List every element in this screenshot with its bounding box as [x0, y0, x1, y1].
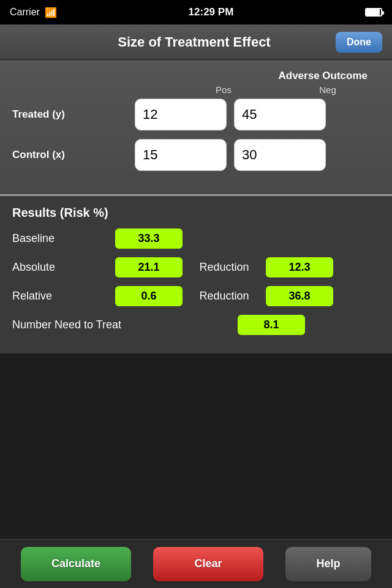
clear-button[interactable]: Clear	[153, 547, 263, 581]
results-section: Results (Risk %) Baseline 33.3 Absolute …	[0, 196, 392, 353]
relative-reduction-value: 36.8	[266, 286, 333, 306]
page-title: Size of Treatment Effect	[53, 34, 336, 50]
done-button[interactable]: Done	[336, 32, 382, 53]
column-headers: Pos Neg	[12, 85, 380, 95]
treated-inputs	[135, 99, 326, 130]
status-right	[365, 8, 382, 17]
nnt-row: Number Need to Treat 8.1	[12, 315, 380, 335]
status-bar: Carrier 📶 12:29 PM	[0, 0, 392, 24]
adverse-outcome-label: Adverse Outcome	[279, 70, 368, 81]
control-inputs	[135, 139, 326, 171]
control-pos-input[interactable]	[135, 139, 227, 171]
battery-icon	[365, 8, 382, 17]
relative-label: Relative	[12, 290, 110, 303]
relative-value: 0.6	[115, 286, 183, 306]
app-header: Size of Treatment Effect Done	[0, 24, 392, 60]
results-title: Results (Risk %)	[12, 206, 380, 220]
carrier-label: Carrier	[10, 7, 40, 18]
relative-reduction-label: Reduction	[187, 290, 261, 303]
absolute-row: Absolute 21.1 Reduction 12.3	[12, 257, 380, 277]
baseline-value: 33.3	[115, 228, 183, 249]
wifi-icon: 📶	[45, 7, 57, 18]
absolute-label: Absolute	[12, 261, 110, 274]
absolute-reduction-value: 12.3	[266, 257, 333, 277]
relative-row: Relative 0.6 Reduction 36.8	[12, 286, 380, 306]
help-button[interactable]: Help	[285, 547, 371, 581]
calculate-button[interactable]: Calculate	[21, 547, 131, 581]
control-neg-input[interactable]	[234, 139, 326, 171]
control-row: Control (x)	[12, 139, 380, 171]
status-time: 12:29 PM	[189, 6, 234, 18]
treated-label: Treated (y)	[12, 108, 135, 121]
absolute-value: 21.1	[115, 257, 183, 277]
treated-neg-input[interactable]	[234, 99, 326, 130]
adverse-outcome-header: Adverse Outcome	[12, 70, 380, 82]
bottom-bar: Calculate Clear Help	[0, 539, 392, 588]
neg-col-header: Neg	[276, 85, 380, 95]
absolute-reduction-label: Reduction	[187, 261, 261, 274]
baseline-label: Baseline	[12, 232, 110, 245]
treated-pos-input[interactable]	[135, 99, 227, 130]
pos-col-header: Pos	[172, 85, 276, 95]
treated-row: Treated (y)	[12, 99, 380, 130]
control-label: Control (x)	[12, 149, 135, 161]
input-section: Adverse Outcome Pos Neg Treated (y) Cont…	[0, 60, 392, 194]
nnt-label: Number Need to Treat	[12, 318, 233, 331]
nnt-value: 8.1	[238, 315, 305, 335]
status-left: Carrier 📶	[10, 7, 57, 18]
baseline-row: Baseline 33.3	[12, 228, 380, 249]
